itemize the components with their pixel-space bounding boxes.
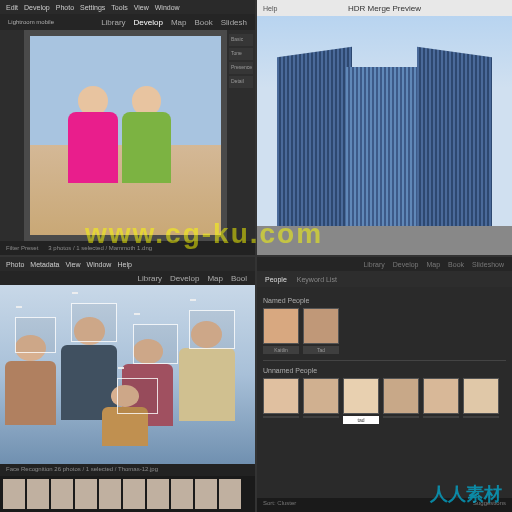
right-panel[interactable]: Basic Tone Presence Detail	[227, 30, 255, 241]
status-bar: Filter Preset 3 photos / 1 selected / Ma…	[0, 241, 255, 255]
filmstrip-thumb[interactable]	[123, 479, 145, 509]
face-tag-input[interactable]	[16, 306, 22, 308]
face-region[interactable]	[189, 310, 235, 349]
lightroom-mobile-label: Lightroom mobile	[8, 19, 54, 25]
face-name-input[interactable]: tad	[343, 416, 379, 424]
menu-window[interactable]: Window	[155, 4, 180, 11]
module-develop-bl[interactable]: Develop	[170, 274, 199, 283]
module-develop[interactable]: Develop	[134, 18, 163, 27]
module-book[interactable]: Book	[195, 18, 213, 27]
face-name-input[interactable]	[463, 416, 499, 418]
face-name-input[interactable]	[263, 416, 299, 418]
menubar: Edit Develop Photo Settings Tools View W…	[0, 0, 255, 14]
module-develop-br[interactable]: Develop	[393, 261, 419, 268]
filter-label: Filter Preset	[6, 245, 38, 251]
menu-settings[interactable]: Settings	[80, 4, 105, 11]
menu-window-bl[interactable]: Window	[87, 261, 112, 268]
module-picker: Lightroom mobile Library Develop Map Boo…	[0, 14, 255, 30]
hdr-titlebar: Help HDR Merge Preview	[257, 0, 512, 16]
menu-tools[interactable]: Tools	[111, 4, 127, 11]
face-name-input[interactable]	[303, 416, 339, 418]
face-region[interactable]	[133, 324, 179, 363]
people-photo[interactable]	[0, 285, 255, 464]
menu-help-bl[interactable]: Help	[117, 261, 131, 268]
menu-view-bl[interactable]: View	[65, 261, 80, 268]
unnamed-face[interactable]	[423, 378, 459, 424]
named-face[interactable]: Tad	[303, 308, 339, 354]
module-slideshow[interactable]: Slidesh	[221, 18, 247, 27]
module-picker-br: Library Develop Map Book Slideshow	[257, 257, 512, 271]
face-recognition-status: Face Recognition 26 photos / 1 selected …	[6, 466, 158, 472]
selection-status: 3 photos / 1 selected / Mammoth 1.dng	[48, 245, 152, 251]
filmstrip-thumb[interactable]	[171, 479, 193, 509]
module-picker-bl: Library Develop Map Bool	[0, 271, 255, 285]
people-loupe-panel: Photo Metadata View Window Help Library …	[0, 257, 255, 512]
panel-basic[interactable]: Basic	[229, 34, 253, 46]
menu-develop[interactable]: Develop	[24, 4, 50, 11]
module-slideshow-br[interactable]: Slideshow	[472, 261, 504, 268]
face-tag-input[interactable]	[72, 292, 78, 294]
sort-label[interactable]: Sort: Cluster	[263, 500, 296, 510]
tab-keyword-list[interactable]: Keyword List	[297, 276, 337, 283]
face-region[interactable]	[15, 317, 56, 353]
suggestions-label[interactable]: Suggestions	[473, 500, 506, 510]
face-name-input[interactable]	[423, 416, 459, 418]
status-bar-br: Sort: Cluster Suggestions	[257, 498, 512, 512]
named-people-row: Kaitlin Tad	[263, 308, 506, 354]
filmstrip-thumb[interactable]	[3, 479, 25, 509]
menu-photo[interactable]: Photo	[56, 4, 74, 11]
filmstrip-thumb[interactable]	[195, 479, 217, 509]
panel-presence[interactable]: Presence	[229, 62, 253, 74]
module-book-bl[interactable]: Bool	[231, 274, 247, 283]
named-people-label: Named People	[263, 297, 506, 304]
section-divider	[263, 360, 506, 361]
face-name-label: Tad	[303, 346, 339, 354]
module-map-bl[interactable]: Map	[207, 274, 223, 283]
unnamed-face[interactable]: tad	[343, 378, 379, 424]
menu-view[interactable]: View	[134, 4, 149, 11]
menu-help[interactable]: Help	[263, 5, 277, 12]
people-collection-panel: Library Develop Map Book Slideshow Peopl…	[257, 257, 512, 512]
filmstrip-thumb[interactable]	[147, 479, 169, 509]
filmstrip-thumb[interactable]	[99, 479, 121, 509]
panel-tone[interactable]: Tone	[229, 48, 253, 60]
filmstrip-thumb[interactable]	[27, 479, 49, 509]
develop-panel: Edit Develop Photo Settings Tools View W…	[0, 0, 255, 255]
module-library-br[interactable]: Library	[363, 261, 384, 268]
module-library-bl[interactable]: Library	[138, 274, 162, 283]
status-bar-bl: Face Recognition 26 photos / 1 selected …	[0, 464, 255, 476]
module-map[interactable]: Map	[171, 18, 187, 27]
face-region[interactable]	[117, 378, 158, 414]
module-book-br[interactable]: Book	[448, 261, 464, 268]
menu-edit[interactable]: Edit	[6, 4, 18, 11]
face-name-input[interactable]	[383, 416, 419, 418]
left-panel[interactable]	[0, 30, 24, 241]
named-face[interactable]: Kaitlin	[263, 308, 299, 354]
unnamed-face[interactable]	[263, 378, 299, 424]
module-map-br[interactable]: Map	[426, 261, 440, 268]
unnamed-face[interactable]	[383, 378, 419, 424]
unnamed-face[interactable]	[463, 378, 499, 424]
hdr-preview-image[interactable]	[257, 16, 512, 255]
filmstrip[interactable]	[0, 476, 255, 512]
tab-people[interactable]: People	[265, 276, 287, 283]
menu-photo-bl[interactable]: Photo	[6, 261, 24, 268]
face-region[interactable]	[71, 303, 117, 342]
photo-preview	[30, 36, 221, 235]
face-tag-input[interactable]	[134, 313, 140, 315]
unnamed-people-row: tad	[263, 378, 506, 424]
face-tag-input[interactable]	[190, 299, 196, 301]
panel-detail[interactable]: Detail	[229, 76, 253, 88]
hdr-title: HDR Merge Preview	[348, 4, 421, 13]
filmstrip-thumb[interactable]	[75, 479, 97, 509]
face-name-label: Kaitlin	[263, 346, 299, 354]
photo-viewport[interactable]	[24, 30, 227, 241]
filmstrip-thumb[interactable]	[51, 479, 73, 509]
unnamed-people-label: Unnamed People	[263, 367, 506, 374]
unnamed-face[interactable]	[303, 378, 339, 424]
hdr-preview-panel: Help HDR Merge Preview	[257, 0, 512, 255]
filmstrip-thumb[interactable]	[219, 479, 241, 509]
module-library[interactable]: Library	[101, 18, 125, 27]
menu-metadata[interactable]: Metadata	[30, 261, 59, 268]
face-tag-input[interactable]	[118, 367, 124, 369]
